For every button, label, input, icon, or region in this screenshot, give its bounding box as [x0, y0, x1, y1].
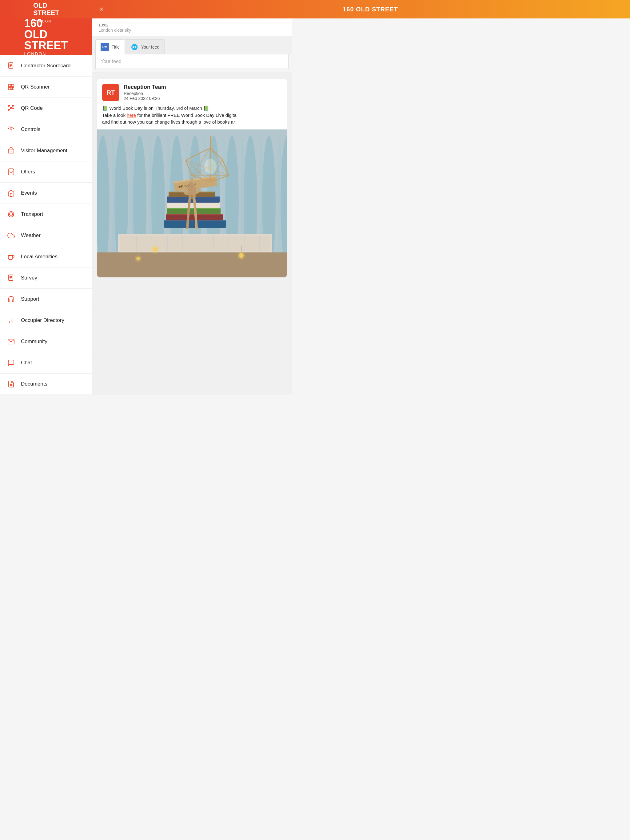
transport-icon	[6, 209, 16, 219]
svg-rect-47	[120, 235, 271, 251]
sidebar-item-chat[interactable]: Chat	[0, 352, 92, 374]
sidebar-label-documents: Documents	[21, 381, 47, 387]
documents-icon	[6, 379, 16, 389]
logo-small: LONDON	[33, 19, 51, 23]
visitor-management-icon	[6, 146, 16, 156]
sidebar-item-local-amenities[interactable]: Local Amenities	[0, 246, 92, 267]
sidebar-item-transport[interactable]: Transport	[0, 204, 92, 225]
globe-icon: 🌐	[130, 43, 139, 51]
weather-bar: 10:02 London clear sky	[92, 19, 291, 36]
sidebar-item-contractor-scorecard[interactable]: Contractor Scorecard	[0, 55, 92, 77]
community-icon	[6, 337, 16, 346]
sidebar-label-community: Community	[21, 338, 47, 345]
avatar: RT	[102, 84, 119, 101]
post-meta: Reception Team Reception 24 Feb 2022 09:…	[123, 84, 282, 101]
sidebar-label-transport: Transport	[21, 211, 43, 217]
sidebar-item-controls[interactable]: Controls	[0, 119, 92, 140]
sidebar-item-survey[interactable]: Survey	[0, 267, 92, 289]
sidebar-item-offers[interactable]: Offers	[0, 161, 92, 183]
sidebar-item-community[interactable]: Community	[0, 331, 92, 352]
logo-line3: STREET	[33, 9, 59, 17]
support-icon	[6, 294, 16, 304]
weather-time: 10:02	[98, 23, 285, 27]
sidebar-label-local-amenities: Local Amenities	[21, 254, 57, 260]
tab-pm-label: Title	[112, 44, 120, 49]
sidebar-label-weather: Weather	[21, 232, 41, 238]
chat-icon	[6, 358, 16, 368]
svg-point-81	[204, 159, 217, 174]
svg-rect-57	[97, 253, 287, 277]
sidebar-item-documents[interactable]: Documents	[0, 374, 92, 395]
header-close-area: ×	[92, 6, 111, 13]
weather-icon	[6, 231, 16, 240]
logo: 160 OLD STREET LONDON	[33, 0, 59, 24]
post-text-line3: and find out how you can change lives th…	[102, 119, 282, 126]
local-amenities-icon	[6, 252, 16, 262]
occupier-directory-icon	[6, 316, 16, 325]
svg-point-83	[151, 245, 159, 254]
post-link[interactable]: here	[127, 112, 136, 118]
sidebar-label-visitor-management: Visitor Management	[21, 148, 67, 154]
app-layout: 160 OLD STREET LONDON Contractor Scoreca…	[0, 0, 291, 395]
contractor-scorecard-icon	[6, 61, 16, 71]
sidebar-label-chat: Chat	[21, 360, 32, 366]
svg-rect-11	[8, 106, 10, 107]
tab-feed[interactable]: 🌐 Your feed	[125, 39, 165, 54]
post-author: Reception Team	[123, 84, 282, 90]
sidebar-item-qr-code[interactable]: QR Code	[0, 98, 92, 119]
sidebar-item-weather[interactable]: Weather	[0, 225, 92, 246]
survey-icon	[6, 273, 16, 283]
post-body: 📗 World Book Day is on Thursday, 3rd of …	[97, 105, 287, 129]
svg-rect-6	[8, 87, 11, 90]
svg-point-18	[10, 128, 12, 129]
feed-section: RT Reception Team Reception 24 Feb 2022 …	[92, 73, 291, 283]
post-card: RT Reception Team Reception 24 Feb 2022 …	[97, 79, 287, 277]
sidebar-label-survey: Survey	[21, 275, 37, 281]
sidebar: 160 OLD STREET LONDON Contractor Scoreca…	[0, 19, 92, 395]
sidebar-item-events[interactable]: Events	[0, 183, 92, 204]
tab-bar: PM Title 🌐 Your feed	[92, 36, 291, 54]
svg-point-86	[237, 251, 245, 260]
post-date: 24 Feb 2022 09:26	[123, 96, 282, 101]
sidebar-item-visitor-management[interactable]: Visitor Management	[0, 140, 92, 161]
sidebar-label-qr-code: QR Code	[21, 105, 43, 111]
post-subtitle: Reception	[123, 91, 282, 96]
tab-pm[interactable]: PM Title	[95, 39, 125, 54]
sidebar-label-events: Events	[21, 190, 37, 196]
events-icon	[6, 188, 16, 198]
weather-condition: clear sky	[114, 28, 131, 33]
sidebar-label-controls: Controls	[21, 126, 40, 133]
svg-point-24	[9, 213, 13, 216]
logo-line2: OLD	[33, 2, 47, 9]
content-input-area: Your feed	[92, 54, 291, 73]
svg-rect-4	[8, 84, 11, 87]
books-scene-svg: THE BOOK OF	[97, 129, 287, 277]
svg-rect-5	[11, 84, 14, 87]
sidebar-item-qr-scanner[interactable]: QR Scanner	[0, 77, 92, 98]
sidebar-label-contractor-scorecard: Contractor Scorecard	[21, 63, 71, 69]
sidebar-label-support: Support	[21, 296, 40, 302]
tab-feed-label: Your feed	[141, 44, 159, 49]
post-text-line2: Take a look here for the brilliant FREE …	[102, 112, 282, 119]
sidebar-label-offers: Offers	[21, 169, 35, 175]
svg-rect-14	[11, 107, 12, 109]
qr-code-icon	[6, 103, 16, 113]
qr-scanner-icon	[6, 82, 16, 92]
controls-icon	[6, 125, 16, 134]
svg-rect-13	[8, 109, 10, 111]
sidebar-label-qr-scanner: QR Scanner	[21, 84, 50, 90]
content-input-row: Your feed	[95, 54, 288, 69]
weather-location: London clear sky	[98, 27, 285, 33]
svg-point-89	[135, 255, 141, 262]
feed-placeholder: Your feed	[101, 59, 122, 64]
sidebar-item-occupier-directory[interactable]: Occupier Directory	[0, 310, 92, 331]
post-header: RT Reception Team Reception 24 Feb 2022 …	[97, 79, 287, 105]
header-logo-area: 160 OLD STREET LONDON	[0, 0, 92, 24]
main-content: 10:02 London clear sky PM Title 🌐 Your f…	[92, 19, 291, 395]
header-title-area: 160 OLD STREET	[111, 6, 291, 13]
sidebar-item-support[interactable]: Support	[0, 289, 92, 310]
pm-icon: PM	[101, 43, 109, 51]
close-button[interactable]: ×	[100, 6, 104, 13]
sidebar-label-occupier-directory: Occupier Directory	[21, 317, 64, 324]
app-header: 160 OLD STREET LONDON × 160 OLD STREET	[0, 0, 291, 19]
